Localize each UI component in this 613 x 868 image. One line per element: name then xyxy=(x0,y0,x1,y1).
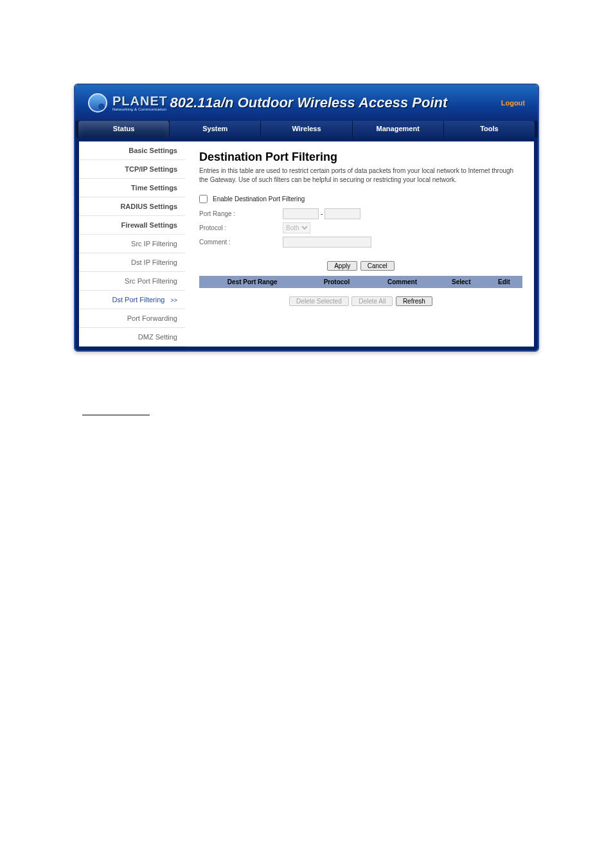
enable-filter-label: Enable Destination Port Filtering xyxy=(213,195,305,203)
page-title: Destination Port Filtering xyxy=(199,150,522,164)
tab-management[interactable]: Management xyxy=(353,121,444,138)
main-menubar: Status System Wireless Management Tools xyxy=(75,120,538,138)
app-window: PLANET Networking & Communication 802.11… xyxy=(74,84,539,352)
th-edit: Edit xyxy=(486,276,522,288)
section-underline xyxy=(82,415,150,415)
sidebar-item-label: Dst Port Filtering xyxy=(112,296,165,303)
sidebar-item-time[interactable]: Time Settings xyxy=(79,179,185,197)
th-dest-port-range: Dest Port Range xyxy=(199,276,306,288)
sidebar-item-dst-ip[interactable]: Dst IP Filtering xyxy=(79,253,185,272)
logout-link[interactable]: Logout xyxy=(501,99,525,107)
cancel-button[interactable]: Cancel xyxy=(360,261,395,271)
sidebar-item-dmz[interactable]: DMZ Setting xyxy=(79,328,185,347)
apply-button[interactable]: Apply xyxy=(327,261,357,271)
tab-status[interactable]: Status xyxy=(78,121,170,138)
port-range-label: Port Range : xyxy=(199,210,283,217)
delete-selected-button[interactable]: Delete Selected xyxy=(289,296,349,306)
content-wrap: Basic Settings TCP/IP Settings Time Sett… xyxy=(75,138,538,350)
port-range-start-input[interactable] xyxy=(283,208,319,219)
sidebar-item-firewall[interactable]: Firewall Settings xyxy=(79,216,185,235)
comment-label: Comment : xyxy=(199,239,283,246)
sidebar-item-tcpip[interactable]: TCP/IP Settings xyxy=(79,160,185,179)
tab-system[interactable]: System xyxy=(170,121,261,138)
th-protocol: Protocol xyxy=(306,276,368,288)
sidebar-item-radius[interactable]: RADIUS Settings xyxy=(79,197,185,216)
app-header: PLANET Networking & Communication 802.11… xyxy=(75,85,538,120)
sidebar-item-port-fwd[interactable]: Port Forwarding xyxy=(79,309,185,328)
port-range-end-input[interactable] xyxy=(324,208,360,219)
filter-table: Dest Port Range Protocol Comment Select … xyxy=(199,276,522,288)
page-description: Entries in this table are used to restri… xyxy=(199,167,522,184)
delete-all-button[interactable]: Delete All xyxy=(351,296,393,306)
enable-filter-checkbox[interactable] xyxy=(199,195,208,203)
tab-tools[interactable]: Tools xyxy=(444,121,535,138)
sidebar-item-dst-port[interactable]: Dst Port Filtering >> xyxy=(79,291,185,309)
sidebar-item-src-ip[interactable]: Src IP Filtering xyxy=(79,235,185,253)
th-comment: Comment xyxy=(368,276,436,288)
sidebar-item-basic[interactable]: Basic Settings xyxy=(79,141,185,160)
tab-wireless[interactable]: Wireless xyxy=(261,121,352,138)
th-select: Select xyxy=(437,276,486,288)
main-panel: Destination Port Filtering Entries in th… xyxy=(185,141,534,347)
app-title: 802.11a/n Outdoor Wireless Access Point xyxy=(116,95,501,111)
refresh-button[interactable]: Refresh xyxy=(396,296,432,306)
chevron-right-icon: >> xyxy=(170,297,177,303)
planet-logo-icon xyxy=(88,93,107,113)
comment-input[interactable] xyxy=(283,237,371,248)
sidebar-item-src-port[interactable]: Src Port Filtering xyxy=(79,272,185,291)
port-range-dash: - xyxy=(321,210,323,217)
sidebar: Basic Settings TCP/IP Settings Time Sett… xyxy=(79,141,185,347)
protocol-select[interactable]: Both xyxy=(283,222,310,233)
protocol-label: Protocol : xyxy=(199,224,283,231)
